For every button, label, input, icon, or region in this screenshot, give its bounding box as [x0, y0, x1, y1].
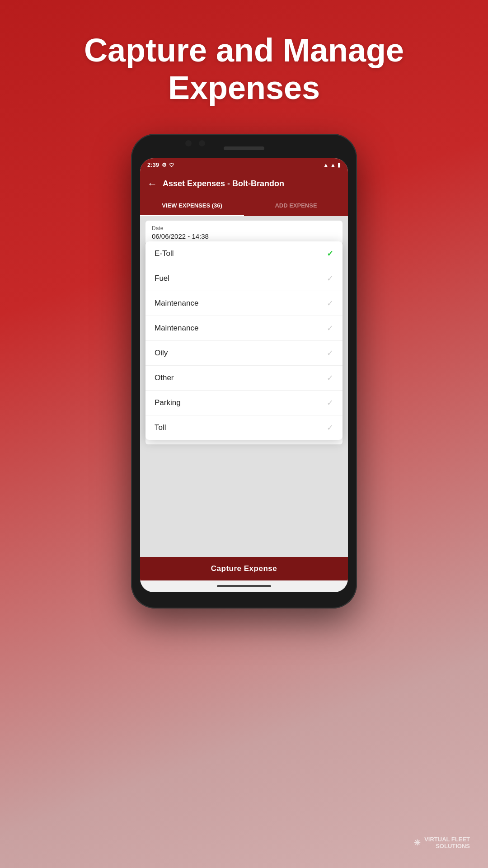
camera-dot-right: [199, 140, 205, 146]
date-label: Date: [152, 225, 336, 231]
camera-dot-left: [185, 140, 192, 146]
check-icon-maintenance2: ✓: [327, 323, 333, 333]
phone-speaker: [224, 146, 264, 150]
brand-text: VIRTUAL FLEET SOLUTIONS: [424, 836, 470, 850]
dropdown-item-maintenance1[interactable]: Maintenance ✓: [145, 291, 343, 316]
dropdown-item-maintenance1-label: Maintenance: [155, 299, 198, 308]
dropdown-item-other-label: Other: [155, 373, 174, 382]
header-title: Asset Expenses - Bolt-Brandon: [163, 179, 284, 189]
check-icon-etoll: ✓: [327, 249, 333, 259]
dropdown-item-toll-label: Toll: [155, 423, 166, 432]
tab-add-expense[interactable]: ADD EXPENSE: [244, 196, 348, 216]
back-button[interactable]: ←: [147, 178, 157, 190]
phone-frame: 2:39 ▲ ▲ ▮ ← Asset Expenses - Bolt-Brand…: [131, 134, 357, 609]
dropdown-item-toll[interactable]: Toll ✓: [145, 415, 343, 440]
check-icon-maintenance1: ✓: [327, 298, 333, 308]
signal-icon: ▲: [330, 162, 336, 168]
dropdown-item-fuel-label: Fuel: [155, 274, 169, 283]
dropdown-item-etoll-label: E-Toll: [155, 249, 174, 258]
date-value: 06/06/2022 - 14:38: [152, 232, 336, 240]
phone-notch: [136, 134, 352, 158]
date-field: Date 06/06/2022 - 14:38: [145, 221, 343, 245]
check-icon-toll: ✓: [327, 423, 333, 433]
app-header: ← Asset Expenses - Bolt-Brandon: [140, 172, 348, 196]
dropdown-item-other[interactable]: Other ✓: [145, 366, 343, 391]
capture-expense-button[interactable]: Capture Expense: [211, 564, 277, 573]
dropdown-item-maintenance2[interactable]: Maintenance ✓: [145, 316, 343, 341]
tab-view-expenses[interactable]: VIEW EXPENSES (36): [140, 196, 244, 216]
dropdown-item-oily[interactable]: Oily ✓: [145, 341, 343, 366]
dropdown-item-maintenance2-label: Maintenance: [155, 324, 198, 333]
brand-icon: ❋: [414, 838, 421, 848]
bottom-action-bar: Capture Expense: [140, 557, 348, 580]
phone-screen: 2:39 ▲ ▲ ▮ ← Asset Expenses - Bolt-Brand…: [140, 158, 348, 592]
dropdown-item-parking[interactable]: Parking ✓: [145, 391, 343, 415]
check-icon-parking: ✓: [327, 398, 333, 408]
screen-body: Date 06/06/2022 - 14:38 E-Toll ✓ Fuel ✓ …: [140, 216, 348, 557]
shield-icon: [169, 162, 174, 168]
home-indicator: [140, 580, 348, 592]
page-hero-title: Capture and Manage Expenses: [57, 32, 431, 107]
tab-bar: VIEW EXPENSES (36) ADD EXPENSE: [140, 196, 348, 216]
status-bar: 2:39 ▲ ▲ ▮: [140, 158, 348, 172]
dropdown-item-etoll[interactable]: E-Toll ✓: [145, 241, 343, 266]
brand-footer: ❋ VIRTUAL FLEET SOLUTIONS: [414, 836, 470, 850]
wifi-icon: ▲: [323, 162, 328, 168]
status-right: ▲ ▲ ▮: [323, 162, 341, 168]
status-time: 2:39: [147, 161, 159, 168]
battery-icon: ▮: [338, 162, 341, 168]
dropdown-item-oily-label: Oily: [155, 349, 168, 358]
expense-type-dropdown[interactable]: E-Toll ✓ Fuel ✓ Maintenance ✓ Maintenanc…: [145, 241, 343, 440]
dropdown-item-fuel[interactable]: Fuel ✓: [145, 266, 343, 291]
check-icon-fuel: ✓: [327, 274, 333, 283]
dropdown-item-parking-label: Parking: [155, 398, 181, 407]
gear-icon: [162, 162, 167, 168]
home-bar: [217, 585, 271, 587]
check-icon-other: ✓: [327, 373, 333, 383]
check-icon-oily: ✓: [327, 348, 333, 358]
status-left: 2:39: [147, 161, 174, 168]
